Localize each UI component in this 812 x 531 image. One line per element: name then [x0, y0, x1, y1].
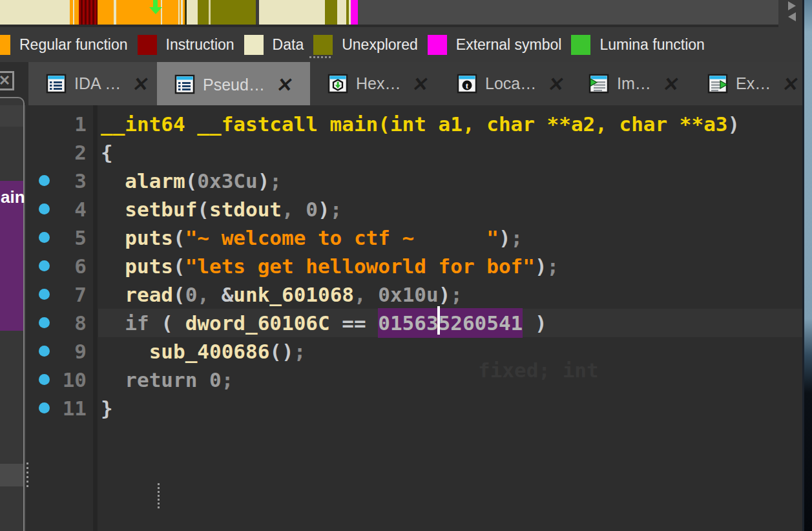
legend-color-swatch: [138, 35, 157, 55]
function-list-item[interactable]: [0, 486, 25, 531]
ghost-text-artifact: fixed; int: [478, 359, 599, 382]
splitter-grip[interactable]: [309, 56, 333, 58]
tab-close-icon[interactable]: ✕: [661, 72, 682, 96]
line-number: 6: [30, 252, 87, 280]
line-number: 2: [30, 138, 87, 167]
function-list-item[interactable]: [0, 105, 25, 127]
code-line-2[interactable]: {: [101, 138, 113, 167]
navband-segment: [325, 0, 337, 25]
selected-number[interactable]: 015635260541: [378, 308, 523, 338]
desktop-wallpaper-edge: [802, 0, 812, 531]
splitter-grip[interactable]: [158, 483, 160, 510]
navband-segment: [98, 0, 114, 25]
navband-segment: [198, 0, 209, 25]
selected-function-label[interactable]: ain: [1, 187, 25, 207]
text-view-icon: [45, 74, 67, 94]
legend-label: Unexplored: [342, 36, 418, 54]
code-line-10[interactable]: return 0;: [101, 366, 233, 394]
text-view-icon: [174, 74, 196, 95]
code-line-7[interactable]: read(0, &unk_601068, 0x10u);: [101, 280, 463, 309]
code-line-4[interactable]: setbuf(stdout, 0);: [101, 195, 342, 224]
functions-panel: [0, 97, 25, 531]
navband-legend: Regular functionInstructionDataUnexplore…: [0, 27, 714, 62]
legend-item: External symbol: [428, 35, 562, 55]
tab-label: IDA …: [74, 74, 121, 93]
line-number: 8: [30, 309, 87, 337]
local-types-icon: t: [456, 74, 478, 94]
code-line-11[interactable]: }: [101, 394, 113, 422]
code-line-1[interactable]: __int64 __fastcall main(int a1, char **a…: [101, 110, 740, 138]
function-list-item[interactable]: [0, 331, 25, 464]
line-number: 1: [30, 110, 87, 138]
ida-window: Regular functionInstructionDataUnexplore…: [0, 0, 812, 531]
code-line-9[interactable]: sub_400686();: [101, 337, 306, 366]
navband-segment: [211, 0, 256, 25]
navigation-band[interactable]: [0, 0, 778, 25]
tab-bar: ✕ IDA …✕Pseud…✕Hex…✕tLoca…✕Im…✕Ex…✕: [0, 62, 802, 105]
line-number: 3: [30, 167, 87, 195]
legend-item: Instruction: [138, 35, 234, 55]
navband-scroll-left-icon[interactable]: [788, 12, 796, 21]
tab-close-icon[interactable]: ✕: [411, 72, 431, 96]
imports-icon: [588, 74, 610, 94]
tab-close-icon[interactable]: ✕: [275, 73, 295, 96]
legend-label: Regular function: [19, 36, 128, 54]
hex-view-icon: [327, 74, 349, 94]
tab-close-icon[interactable]: ✕: [547, 72, 567, 96]
legend-color-swatch: [571, 35, 590, 55]
text-cursor: [437, 306, 440, 335]
navband-segment: [187, 0, 198, 25]
navband-segment: [351, 0, 358, 25]
legend-item: Data: [244, 35, 304, 55]
code-line-3[interactable]: alarm(0x3Cu);: [101, 167, 282, 195]
navband-segment: [79, 0, 98, 25]
tab-local-types[interactable]: tLoca…✕: [439, 62, 571, 105]
code-line-5[interactable]: puts("~ welcome to ctf ~ ");: [101, 224, 523, 252]
tab-label: Pseud…: [203, 76, 265, 94]
gutter-separator[interactable]: [93, 105, 98, 531]
line-number: 11: [30, 394, 87, 422]
splitter-grip[interactable]: [26, 463, 28, 490]
navband-segment: [259, 0, 325, 25]
tab-imports[interactable]: Im…✕: [571, 62, 690, 105]
legend-label: Instruction: [166, 36, 234, 54]
navband-segment: [162, 0, 178, 25]
legend-color-swatch: [0, 35, 10, 55]
tab-pseudocode[interactable]: Pseud…✕: [157, 62, 310, 107]
tab-label: Loca…: [485, 74, 536, 93]
line-number: 4: [30, 195, 87, 224]
legend-item: Regular function: [0, 35, 128, 55]
tab-close-icon[interactable]: ✕: [781, 72, 801, 96]
navband-scroll-right-icon[interactable]: [788, 1, 796, 10]
function-list-item[interactable]: [0, 464, 25, 486]
legend-label: External symbol: [456, 36, 562, 54]
tab-ida-view[interactable]: IDA …✕: [28, 62, 157, 105]
legend-color-swatch: [313, 35, 333, 55]
detach-window-icon[interactable]: ✕: [0, 71, 14, 90]
line-number: 9: [30, 337, 87, 366]
navband-segment: [0, 0, 70, 25]
legend-color-swatch: [428, 35, 447, 55]
line-number: 5: [30, 224, 87, 252]
code-line-8[interactable]: if ( dword_60106C == 015635260541 ): [101, 309, 547, 337]
tab-exports[interactable]: Ex…✕: [690, 62, 805, 105]
legend-color-swatch: [244, 35, 264, 55]
navband-segment: [337, 0, 346, 25]
legend-item: Unexplored: [313, 35, 418, 55]
pseudocode-view[interactable]: fixed; int 1__int64 __fastcall main(int …: [30, 105, 802, 531]
legend-label: Data: [273, 36, 304, 54]
exports-icon: [707, 74, 729, 94]
navband-segment: [74, 0, 79, 25]
tab-label: Im…: [617, 74, 651, 93]
tab-hex-view[interactable]: Hex…✕: [310, 62, 439, 105]
navband-position-marker-icon: [149, 0, 162, 14]
tab-label: Ex…: [736, 74, 771, 93]
legend-item: Lumina function: [571, 35, 704, 55]
line-number: 7: [30, 280, 87, 309]
svg-text:t: t: [466, 80, 469, 90]
tab-close-icon[interactable]: ✕: [131, 72, 151, 96]
function-list-item[interactable]: [0, 127, 25, 181]
legend-label: Lumina function: [599, 36, 704, 54]
code-line-6[interactable]: puts("lets get helloworld for bof");: [101, 252, 559, 280]
navband-segment: [358, 0, 778, 25]
